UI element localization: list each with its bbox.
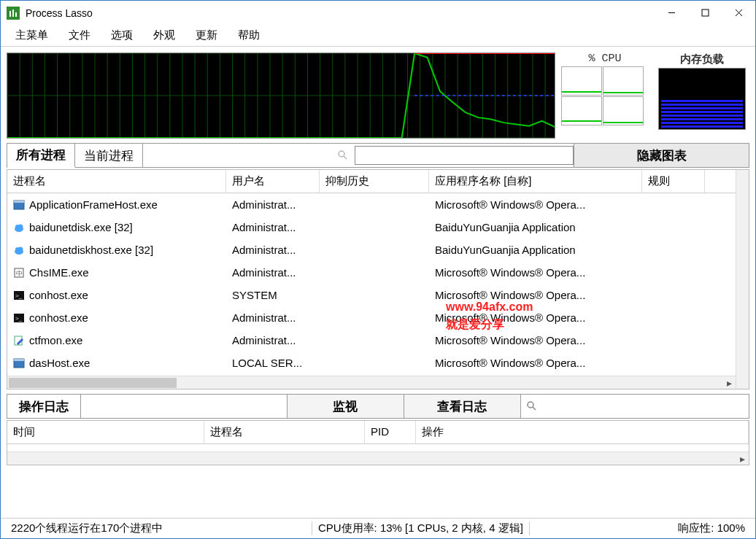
svg-rect-2 (15, 12, 17, 17)
log-hscroll-right-arrow[interactable]: ▸ (736, 452, 749, 465)
process-table-vscroll[interactable] (736, 170, 749, 389)
memory-panel: 内存负载 (655, 53, 749, 139)
hscroll-right-arrow[interactable]: ▸ (722, 376, 736, 389)
process-user: Administrat... (226, 219, 320, 236)
cpu-core-graph (603, 66, 644, 96)
log-search-icon[interactable] (520, 395, 544, 418)
hide-chart-button[interactable]: 隐藏图表 (574, 144, 749, 167)
process-icon: >_ (13, 312, 25, 324)
maximize-button[interactable] (688, 1, 722, 25)
process-history (320, 248, 429, 252)
process-name: baidunetdisk.exe [32] (29, 221, 133, 233)
svg-rect-72 (14, 359, 24, 361)
process-user: SYSTEM (226, 287, 320, 303)
process-app: BaiduYunGuanjia Application (429, 241, 642, 258)
table-row[interactable]: baidunetdisk.exe [32]Administrat...Baidu… (7, 216, 736, 239)
col-rule[interactable]: 规则 (642, 170, 705, 193)
process-history (320, 316, 429, 320)
col-user[interactable]: 用户名 (226, 170, 320, 193)
col-process-name[interactable]: 进程名 (7, 170, 226, 193)
process-icon: 中 (13, 267, 25, 279)
table-row[interactable]: ApplicationFrameHost.exeAdministrat...Mi… (7, 193, 736, 216)
process-icon (13, 357, 25, 369)
process-name: conhost.exe (29, 311, 88, 324)
tab-all-processes[interactable]: 所有进程 (7, 144, 75, 168)
menu-help[interactable]: 帮助 (228, 26, 270, 45)
process-table-hscroll[interactable]: ▸ (7, 376, 736, 389)
process-history (320, 293, 429, 298)
log-col-op[interactable]: 操作 (416, 421, 749, 443)
menu-main[interactable]: 主菜单 (5, 26, 58, 45)
svg-point-73 (528, 402, 533, 408)
process-history (320, 225, 429, 230)
process-name: ChsIME.exe (29, 266, 89, 279)
search-icon[interactable] (336, 148, 350, 163)
process-user: Administrat... (226, 196, 320, 213)
col-app-name[interactable]: 应用程序名称 [自称] (429, 170, 642, 193)
statusbar: 2220个线程运行在170个进程中 CPU使用率: 13% [1 CPUs, 2… (1, 518, 755, 538)
table-row[interactable]: dasHost.exeLOCAL SER...Microsoft® Window… (7, 352, 736, 374)
process-rule (642, 225, 705, 230)
process-name: ApplicationFrameHost.exe (29, 198, 158, 211)
menu-file[interactable]: 文件 (58, 26, 101, 45)
minimize-button[interactable] (655, 1, 688, 25)
process-search-input[interactable] (355, 146, 574, 165)
process-app: Microsoft® Windows® Opera... (429, 196, 642, 213)
close-button[interactable] (722, 1, 755, 25)
tab-active-processes[interactable]: 当前进程 (75, 144, 143, 167)
process-user: LOCAL SER... (226, 354, 320, 371)
table-row[interactable]: >_conhost.exeAdministrat...Microsoft® Wi… (7, 306, 736, 329)
process-app: BaiduYunGuanjia Application (429, 219, 642, 236)
svg-text:>_: >_ (15, 292, 23, 299)
process-icon (13, 244, 25, 256)
log-col-time[interactable]: 时间 (7, 421, 204, 443)
log-col-pid[interactable]: PID (365, 421, 416, 443)
col-history[interactable]: 抑制历史 (320, 170, 429, 193)
process-name: ctfmon.exe (29, 334, 82, 346)
process-rule (642, 293, 705, 298)
memory-label: 内存负载 (680, 53, 724, 66)
svg-text:>_: >_ (15, 315, 23, 322)
menubar: 主菜单 文件 选项 外观 更新 帮助 (1, 25, 755, 47)
process-rule (642, 248, 705, 252)
process-app: Microsoft® Windows® Opera... (429, 264, 642, 281)
table-row[interactable]: 中ChsIME.exeAdministrat...Microsoft® Wind… (7, 261, 736, 284)
process-name: baidunetdiskhost.exe [32] (29, 244, 153, 256)
log-tabs-row: 操作日志 监视 查看日志 (7, 394, 749, 419)
log-col-name[interactable]: 进程名 (204, 421, 365, 443)
menu-view[interactable]: 外观 (143, 26, 185, 45)
titlebar: Process Lasso (1, 1, 755, 25)
window-title: Process Lasso (26, 7, 655, 19)
svg-line-55 (344, 156, 347, 159)
cpu-cores-panel: % CPU (561, 53, 649, 139)
hscroll-thumb[interactable] (9, 378, 177, 388)
tab-action-log[interactable]: 操作日志 (7, 395, 81, 418)
view-log-button[interactable]: 查看日志 (404, 395, 520, 418)
process-app: Microsoft® Windows® Opera... (429, 354, 642, 371)
process-app: Microsoft® Windows® Opera... (429, 332, 642, 349)
log-table-hscroll[interactable]: ▸ (7, 451, 749, 465)
process-history (320, 203, 429, 207)
process-table: 进程名 用户名 抑制历史 应用程序名称 [自称] 规则 ApplicationF… (7, 169, 749, 389)
process-user: Administrat... (226, 309, 320, 326)
menu-options[interactable]: 选项 (101, 26, 143, 45)
process-rule (642, 316, 705, 320)
table-row[interactable]: ctfmon.exeAdministrat...Microsoft® Windo… (7, 329, 736, 352)
log-filter-input[interactable] (544, 395, 749, 418)
monitor-button[interactable]: 监视 (287, 395, 404, 418)
table-row[interactable]: >_conhost.exeSYSTEMMicrosoft® Windows® O… (7, 284, 736, 306)
process-icon: >_ (13, 290, 25, 301)
process-icon (13, 335, 25, 346)
menu-update[interactable]: 更新 (185, 26, 228, 45)
app-logo-icon (7, 7, 20, 20)
process-name: conhost.exe (29, 289, 88, 301)
process-rule (642, 271, 705, 275)
svg-rect-0 (9, 11, 11, 17)
table-row[interactable]: baidunetdiskhost.exe [32]Administrat...B… (7, 239, 736, 261)
process-name: dasHost.exe (29, 357, 90, 369)
process-table-header: 进程名 用户名 抑制历史 应用程序名称 [自称] 规则 (7, 170, 736, 193)
svg-rect-1 (12, 9, 14, 17)
svg-point-63 (18, 247, 23, 252)
svg-rect-4 (702, 9, 709, 16)
process-app: Microsoft® Windows® Opera... (429, 309, 642, 326)
